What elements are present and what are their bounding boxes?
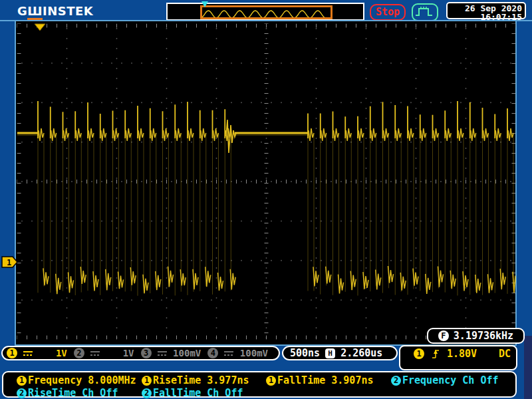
frequency-f-icon: F bbox=[438, 331, 449, 341]
dc-coupling-icon bbox=[23, 349, 33, 357]
measurement-channel-badge: 1 bbox=[17, 376, 27, 386]
trigger-status-box[interactable]: 1 1.80V DC bbox=[399, 345, 517, 370]
rising-edge-icon bbox=[431, 348, 440, 360]
measurement-item: 2Frequency Ch Off bbox=[391, 374, 499, 386]
measurement-text: FallTime 3.907ns bbox=[277, 374, 374, 386]
timebase-delay: 2.260us bbox=[340, 347, 382, 359]
trigger-coupling: DC bbox=[499, 348, 511, 360]
measurement-item: 1FallTime 3.907ns bbox=[266, 374, 374, 386]
channel-badge: 2 bbox=[74, 348, 84, 358]
channel-volts-per-div: 100mV bbox=[240, 348, 275, 358]
channel-badge: 3 bbox=[141, 348, 152, 358]
measurement-channel-badge: 1 bbox=[142, 376, 152, 386]
measurement-text: Frequency 8.000MHz bbox=[28, 374, 136, 386]
channel-2-status[interactable]: 21V bbox=[74, 348, 141, 358]
measurement-item: 1RiseTime 3.977ns bbox=[142, 374, 249, 386]
measurement-item: 2RiseTime Ch Off bbox=[17, 387, 118, 399]
trigger-source-badge: 1 bbox=[414, 348, 424, 359]
channel-3-status[interactable]: 3100mV bbox=[141, 348, 208, 358]
measurement-item: 1Frequency 8.000MHz bbox=[17, 374, 136, 386]
trigger-frequency-readout: F 3.19736kHz bbox=[427, 328, 525, 344]
channel-volts-per-div: 100mV bbox=[173, 348, 207, 358]
measurement-channel-badge: 1 bbox=[266, 376, 276, 386]
channel-badge: 1 bbox=[7, 348, 17, 358]
measurement-item: 2FallTime Ch Off bbox=[142, 387, 243, 399]
measurement-text: RiseTime 3.977ns bbox=[153, 374, 249, 386]
timebase-readout[interactable]: 500ns H 2.260us bbox=[282, 346, 398, 360]
measurement-channel-badge: 2 bbox=[391, 376, 401, 386]
channel-badge: 4 bbox=[207, 348, 218, 358]
dc-coupling-icon bbox=[157, 349, 168, 357]
svg-text:1: 1 bbox=[7, 258, 11, 267]
measurement-text: Frequency Ch Off bbox=[402, 374, 499, 386]
measurement-text: RiseTime Ch Off bbox=[28, 387, 118, 399]
channel-volts-per-div: 1V bbox=[56, 348, 74, 358]
trigger-frequency-value: 3.19736kHz bbox=[454, 330, 513, 342]
horizontal-h-icon: H bbox=[325, 348, 335, 358]
oscilloscope-screen: { "colors":{ "background_blue":"#0a4a94"… bbox=[0, 0, 532, 399]
dc-coupling-icon bbox=[223, 349, 234, 357]
channel-volts-per-div: 1V bbox=[123, 348, 141, 358]
timebase-scale: 500ns bbox=[290, 347, 320, 359]
measurement-channel-badge: 2 bbox=[142, 388, 152, 398]
channel-4-status[interactable]: 4100mV bbox=[207, 348, 275, 358]
trigger-level-value: 1.80V bbox=[447, 348, 477, 360]
measurement-panel: 1Frequency 8.000MHz1RiseTime 3.977ns1Fal… bbox=[2, 371, 517, 398]
measurement-text: FallTime Ch Off bbox=[153, 387, 243, 399]
channel-1-status[interactable]: 11V bbox=[7, 348, 74, 358]
channel-status-bar[interactable]: 11V21V3100mV4100mV bbox=[1, 346, 280, 360]
dc-coupling-icon bbox=[90, 349, 100, 357]
measurement-channel-badge: 2 bbox=[17, 388, 27, 398]
